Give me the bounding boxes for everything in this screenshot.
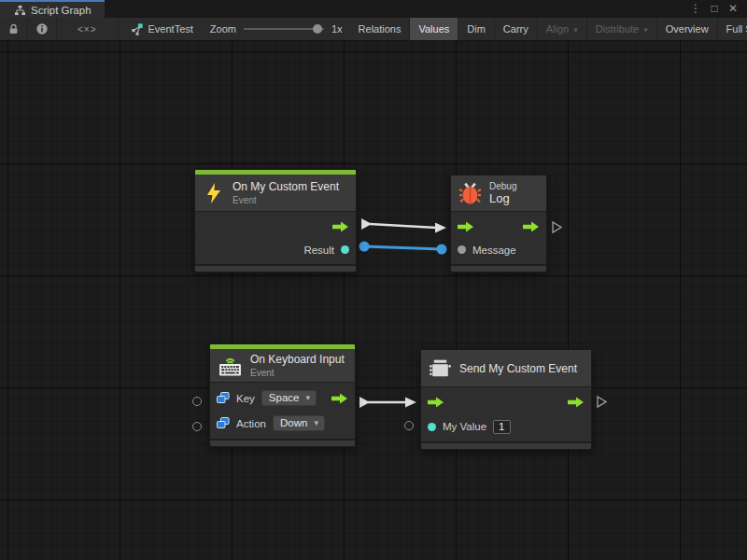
node-footer — [451, 264, 546, 272]
flow-wire-1 — [370, 224, 437, 228]
flow-output-arrow-icon[interactable] — [568, 397, 585, 408]
enum-type-icon — [217, 392, 230, 404]
action-dropdown[interactable]: Down — [273, 415, 325, 431]
info-button[interactable] — [28, 18, 57, 40]
value-wire-start-dot — [359, 242, 370, 252]
node-body: Key Space Action Down — [210, 383, 355, 439]
flow-wire-1-arrowhead — [435, 223, 446, 233]
flow-input-arrow-icon[interactable] — [458, 221, 474, 232]
graph-reference[interactable]: EventTest — [119, 18, 203, 40]
relations-button[interactable]: Relations — [350, 18, 411, 40]
info-icon — [35, 22, 49, 35]
action-port-label: Action — [236, 418, 266, 429]
my-value-input[interactable]: 1 — [493, 420, 510, 434]
zoom-slider[interactable] — [244, 23, 324, 35]
flow-output-arrow-icon[interactable] — [523, 221, 540, 232]
lock-button[interactable] — [0, 18, 28, 40]
zoom-label: Zoom — [210, 23, 236, 35]
node-subtitle: Event — [250, 368, 345, 378]
graph-name: EventTest — [148, 23, 193, 35]
send-event-flow-out-marker[interactable] — [598, 397, 606, 407]
node-title: Log — [489, 191, 516, 205]
tab-script-graph[interactable]: Script Graph — [0, 0, 105, 18]
result-port-label: Result — [303, 245, 334, 256]
node-header: Debug Log — [451, 175, 546, 212]
node-title-small: Debug — [489, 181, 516, 191]
flow-wire-2-start-triangle — [359, 397, 370, 408]
overview-button[interactable]: Overview — [657, 18, 718, 40]
node-body: My Value 1 — [421, 387, 591, 441]
my-value-port-label: My Value — [443, 421, 486, 432]
graph-toolbar: <×> EventTest Zoom 1x Relations Values D… — [0, 18, 747, 41]
flow-input-arrow-icon[interactable] — [428, 397, 444, 408]
connection-wires — [0, 41, 747, 560]
debug-log-flow-out-marker[interactable] — [553, 222, 561, 232]
keyboard-icon — [218, 354, 243, 378]
value-wire — [364, 246, 442, 249]
result-port-dot[interactable] — [341, 245, 349, 254]
graph-canvas[interactable]: On My Custom Event Event Result — [0, 41, 747, 560]
node-title: On My Custom Event — [233, 180, 339, 193]
values-button[interactable]: Values — [410, 18, 458, 40]
code-icon: <×> — [78, 24, 97, 35]
action-port-marker[interactable] — [192, 422, 202, 431]
node-footer — [210, 439, 355, 446]
edit-source-button[interactable]: <×> — [57, 18, 119, 40]
flow-output-arrow-icon[interactable] — [332, 221, 349, 232]
key-dropdown[interactable]: Space — [261, 390, 317, 406]
distribute-dropdown[interactable]: Distribute — [587, 18, 657, 40]
flow-wire-start-triangle — [361, 218, 372, 230]
lightning-bolt-icon — [203, 182, 225, 204]
node-title: Send My Custom Event — [459, 362, 577, 375]
graph-asset-icon — [130, 22, 144, 36]
full-screen-button[interactable]: Full Screen — [718, 18, 747, 40]
toolbar-right-group: Relations Values Dim Carry Align Distrib… — [350, 18, 747, 40]
window-controls: ⋮ □ ✕ — [687, 0, 747, 18]
close-icon[interactable]: ✕ — [725, 1, 741, 17]
zoom-control: Zoom 1x — [203, 18, 350, 40]
maximize-icon[interactable]: □ — [706, 1, 723, 17]
flow-output-arrow-icon[interactable] — [331, 393, 348, 404]
zoom-slider-handle[interactable] — [313, 24, 322, 34]
script-graph-window: Script Graph ⋮ □ ✕ <×> — [0, 0, 747, 560]
node-footer — [195, 264, 356, 272]
my-value-port-marker[interactable] — [404, 421, 414, 430]
node-title: On Keyboard Input — [250, 353, 345, 366]
tab-bar: Script Graph ⋮ □ ✕ — [0, 0, 747, 18]
node-header: On Keyboard Input Event — [210, 349, 355, 383]
tab-label: Script Graph — [31, 5, 92, 16]
flow-wire-2-arrowhead — [405, 398, 416, 408]
machine-unit-icon — [429, 357, 452, 380]
key-port-marker[interactable] — [192, 397, 202, 406]
my-value-port-dot[interactable] — [428, 423, 436, 431]
zoom-value: 1x — [331, 23, 343, 35]
message-port-label: Message — [472, 245, 516, 256]
key-port-label: Key — [236, 393, 255, 404]
carry-button[interactable]: Carry — [495, 18, 538, 40]
node-body: Message — [451, 212, 546, 264]
lock-icon — [7, 22, 20, 35]
node-header: Send My Custom Event — [421, 350, 591, 387]
node-send-my-custom-event[interactable]: Send My Custom Event My Value 1 — [420, 349, 592, 450]
node-footer — [421, 441, 591, 449]
node-body: Result — [195, 212, 356, 264]
node-on-my-custom-event[interactable]: On My Custom Event Event Result — [194, 169, 357, 273]
message-port-dot[interactable] — [458, 245, 466, 254]
align-dropdown[interactable]: Align — [538, 18, 587, 40]
bug-icon — [458, 181, 482, 205]
dim-button[interactable]: Dim — [458, 18, 495, 40]
node-subtitle: Event — [233, 195, 339, 205]
enum-type-icon — [217, 417, 230, 429]
node-header: On My Custom Event Event — [195, 175, 356, 212]
node-debug-log[interactable]: Debug Log Message — [450, 175, 547, 273]
graph-hierarchy-icon — [14, 5, 26, 16]
node-on-keyboard-input[interactable]: On Keyboard Input Event Key Space — [209, 343, 356, 447]
window-menu-icon[interactable]: ⋮ — [687, 1, 704, 17]
value-wire-end-dot — [437, 245, 447, 255]
